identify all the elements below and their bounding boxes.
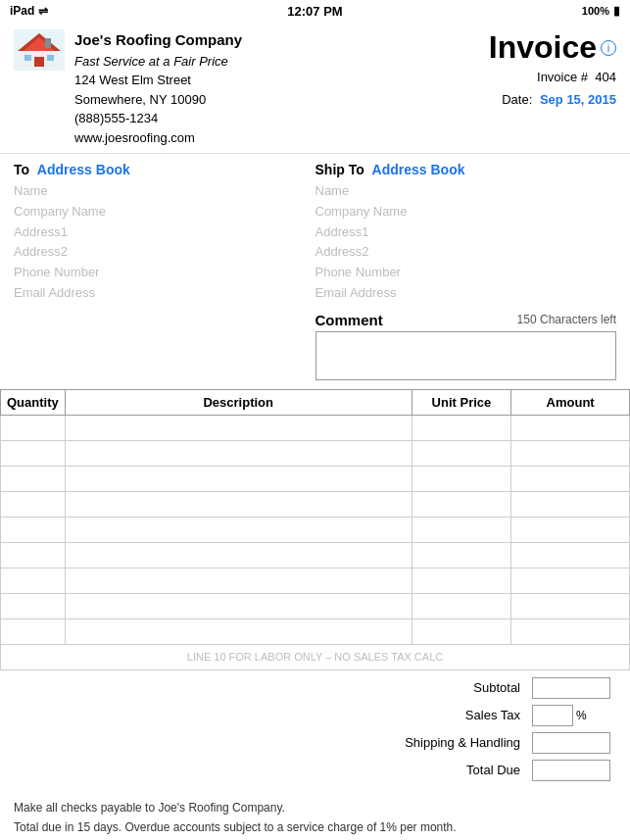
- subtotal-input[interactable]: [532, 677, 610, 699]
- shipping-label: Shipping & Handling: [399, 729, 526, 757]
- row5-amt-input[interactable]: [517, 522, 623, 537]
- row6-qty-input[interactable]: [7, 548, 59, 563]
- row7-unit-input[interactable]: [418, 573, 506, 588]
- row5-desc-input[interactable]: [72, 522, 406, 537]
- table-row: [1, 415, 630, 440]
- labor-note: LINE 10 FOR LABOR ONLY – NO SALES TAX CA…: [1, 644, 630, 669]
- row9-amt-input[interactable]: [517, 624, 623, 639]
- row5-qty-input[interactable]: [7, 522, 59, 537]
- table-row: [1, 618, 630, 644]
- svg-rect-6: [24, 55, 31, 61]
- row9-desc-input[interactable]: [72, 624, 406, 639]
- col-header-unit-price: Unit Price: [412, 389, 511, 415]
- company-text: Joe's Roofing Company Fast Service at a …: [74, 29, 242, 147]
- invoice-title: Invoice: [489, 29, 597, 66]
- row3-unit-input[interactable]: [418, 471, 506, 486]
- subtotal-row: Subtotal: [399, 674, 616, 702]
- shipping-company: Company Name: [315, 202, 617, 222]
- comment-block: Comment 150 Characters left: [315, 312, 617, 383]
- table-row: [1, 466, 630, 491]
- status-time: 12:07 PM: [287, 4, 342, 19]
- comment-label: Comment: [315, 312, 383, 328]
- row2-amt-input[interactable]: [517, 446, 623, 461]
- carrier-label: iPad: [10, 4, 34, 18]
- billing-address-book-link[interactable]: Address Book: [37, 162, 130, 177]
- page-header: Joe's Roofing Company Fast Service at a …: [0, 22, 630, 154]
- company-phone: (888)555-1234: [74, 109, 242, 128]
- invoice-number: 404: [595, 70, 616, 84]
- row2-desc-input[interactable]: [72, 446, 406, 461]
- row9-unit-input[interactable]: [418, 624, 506, 639]
- col-header-description: Description: [65, 389, 412, 415]
- company-website: www.joesroofing.com: [74, 128, 242, 148]
- sales-tax-label: Sales Tax: [399, 702, 526, 729]
- row6-desc-input[interactable]: [72, 548, 406, 563]
- svg-rect-7: [47, 55, 54, 61]
- billing-name: Name: [14, 181, 315, 202]
- date-label: Date:: [502, 92, 532, 107]
- invoice-meta: Invoice # 404 Date: Sep 15, 2015: [489, 66, 616, 112]
- to-label: To: [14, 162, 29, 177]
- row7-desc-input[interactable]: [72, 573, 406, 588]
- row4-unit-input[interactable]: [418, 497, 506, 512]
- row6-amt-input[interactable]: [517, 548, 623, 563]
- company-logo: [14, 29, 65, 71]
- row4-desc-input[interactable]: [72, 497, 406, 512]
- row4-qty-input[interactable]: [7, 497, 59, 512]
- row1-qty-input[interactable]: [7, 420, 59, 435]
- total-due-label: Total Due: [399, 757, 526, 784]
- row7-amt-input[interactable]: [517, 573, 623, 588]
- row2-unit-input[interactable]: [418, 446, 506, 461]
- total-due-row: Total Due: [399, 757, 616, 784]
- row3-qty-input[interactable]: [7, 471, 59, 486]
- row7-qty-input[interactable]: [7, 573, 59, 588]
- status-left: iPad ⇌: [10, 4, 48, 18]
- shipping-name: Name: [315, 181, 617, 202]
- row9-qty-input[interactable]: [7, 624, 59, 639]
- row1-amt-input[interactable]: [517, 420, 623, 435]
- row8-desc-input[interactable]: [72, 599, 406, 614]
- row3-desc-input[interactable]: [72, 471, 406, 486]
- shipping-phone: Phone Number: [315, 263, 617, 283]
- row1-desc-input[interactable]: [72, 420, 406, 435]
- col-header-quantity: Quantity: [1, 389, 66, 415]
- svg-rect-3: [45, 38, 51, 48]
- shipping-input[interactable]: [532, 732, 610, 754]
- company-tagline: Fast Service at a Fair Price: [74, 52, 242, 72]
- billing-company: Company Name: [14, 202, 315, 222]
- row1-unit-input[interactable]: [418, 420, 506, 435]
- comment-header: Comment 150 Characters left: [315, 312, 617, 328]
- invoice-number-label: Invoice #: [537, 70, 588, 84]
- comment-textarea[interactable]: [315, 331, 617, 380]
- totals-table: Subtotal Sales Tax % Shipping & Handling…: [399, 674, 616, 784]
- company-info: Joe's Roofing Company Fast Service at a …: [14, 29, 242, 147]
- row8-qty-input[interactable]: [7, 599, 59, 614]
- table-row: [1, 568, 630, 593]
- billing-email: Email Address: [14, 283, 315, 304]
- shipping-address2: Address2: [315, 242, 617, 263]
- company-city: Somewhere, NY 10090: [74, 90, 242, 110]
- totals-section: Subtotal Sales Tax % Shipping & Handling…: [0, 670, 630, 788]
- wifi-icon: ⇌: [38, 4, 48, 18]
- shipping-row: Shipping & Handling: [399, 729, 616, 757]
- billing-address-label: To Address Book: [14, 162, 315, 177]
- row4-amt-input[interactable]: [517, 497, 623, 512]
- row6-unit-input[interactable]: [418, 548, 506, 563]
- subtotal-label: Subtotal: [399, 674, 526, 702]
- table-header-row: Quantity Description Unit Price Amount: [1, 389, 630, 415]
- info-icon[interactable]: i: [601, 40, 616, 56]
- row5-unit-input[interactable]: [418, 522, 506, 537]
- row8-amt-input[interactable]: [517, 599, 623, 614]
- shipping-address1: Address1: [315, 222, 617, 243]
- labor-note-row: LINE 10 FOR LABOR ONLY – NO SALES TAX CA…: [1, 644, 630, 669]
- shipping-address-book-link[interactable]: Address Book: [372, 162, 465, 177]
- total-due-input[interactable]: [532, 760, 610, 781]
- sales-tax-input[interactable]: [532, 705, 573, 726]
- invoice-header: Invoice i Invoice # 404 Date: Sep 15, 20…: [489, 29, 616, 147]
- row8-unit-input[interactable]: [418, 599, 506, 614]
- company-name: Joe's Roofing Company: [74, 29, 242, 52]
- row2-qty-input[interactable]: [7, 446, 59, 461]
- table-row: [1, 542, 630, 568]
- shipping-address-label: Ship To Address Book: [315, 162, 617, 177]
- row3-amt-input[interactable]: [517, 471, 623, 486]
